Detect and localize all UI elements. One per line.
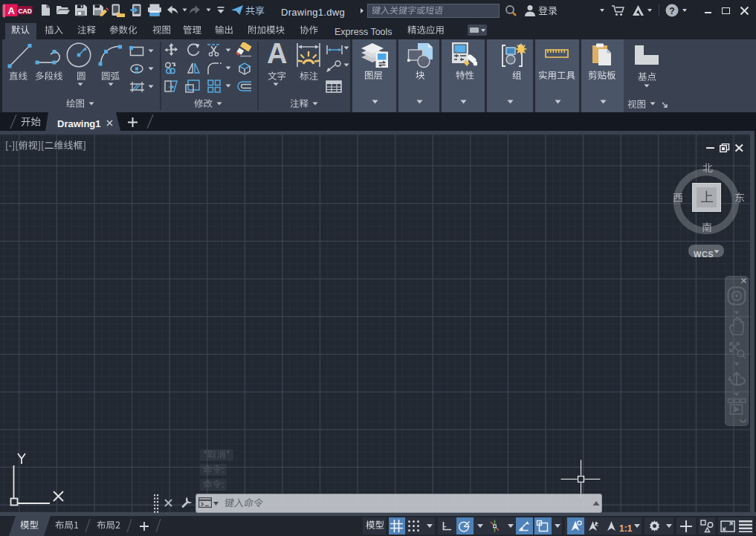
svg-text:?: ? — [669, 6, 674, 16]
svg-text:A: A — [8, 5, 16, 16]
svg-text:CAD: CAD — [18, 7, 31, 15]
